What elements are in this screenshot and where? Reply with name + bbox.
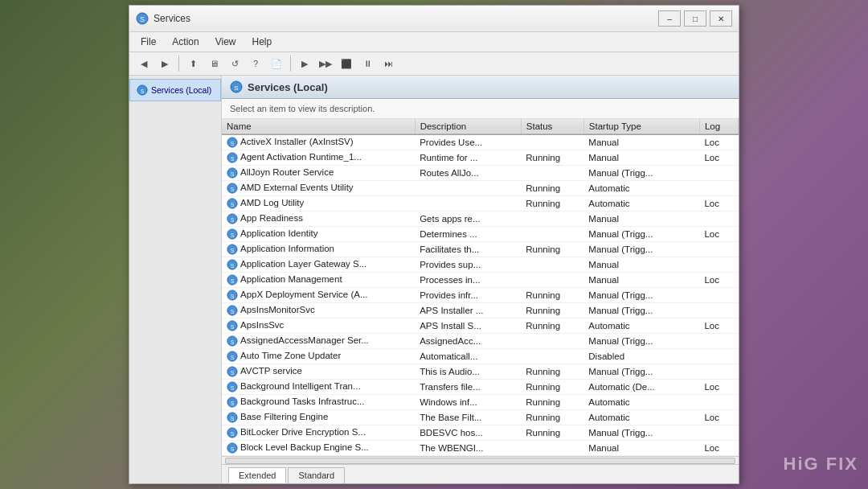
table-row[interactable]: SApplication ManagementProcesses in...Ma… [222,273,739,288]
tb-play2[interactable]: ▶▶ [316,55,335,72]
tb-play[interactable]: ▶ [295,55,314,72]
svg-text:S: S [231,232,235,238]
table-row[interactable]: SApplication InformationFacilitates th..… [222,242,739,257]
svg-text:S: S [231,187,235,192]
cell-startup-type: Manual [583,441,699,456]
cell-status: Running [521,395,583,410]
service-icon: S [227,381,240,391]
window-controls: – □ ✕ [658,10,732,27]
sidebar-item-label: Services (Local) [151,85,211,95]
table-row[interactable]: SAuto Time Zone UpdaterAutomaticall...Di… [222,349,739,364]
table-row[interactable]: SApplication Layer Gateway S...Provides … [222,257,739,273]
table-row[interactable]: SBase Filtering EngineThe Base Filt...Ru… [222,410,739,425]
cell-log-on [699,425,738,441]
col-name[interactable]: Name [222,119,415,134]
service-icon: S [227,137,240,146]
menu-view[interactable]: View [207,34,244,50]
table-row[interactable]: SAMD Log UtilityRunningAutomaticLoc [222,196,739,212]
minimize-button[interactable]: – [658,10,681,27]
tb-up[interactable]: ⬆ [183,55,203,72]
services-table: Name Description Status Startup Type Log… [222,119,739,456]
tb-export[interactable]: 📄 [267,55,286,72]
cell-startup-type: Manual [583,212,699,227]
tab-extended[interactable]: Extended [228,467,286,483]
cell-description: Provides infr... [415,288,521,303]
menu-file[interactable]: File [133,34,164,50]
table-row[interactable]: SAppX Deployment Service (A...Provides i… [222,288,739,303]
tb-stop[interactable]: ⬛ [337,55,356,72]
cell-status [521,334,583,349]
table-row[interactable]: SBitLocker Drive Encryption S...BDESVC h… [222,425,739,441]
content-header-icon: S [230,80,243,93]
close-button[interactable]: ✕ [710,10,732,27]
cell-status: Running [521,410,583,425]
table-row[interactable]: SApsInsSvcAPS Install S...RunningAutomat… [222,318,739,334]
cell-status [521,227,583,242]
tb-sep1 [178,55,179,72]
bottom-tabs: Extended Standard [222,464,739,483]
cell-status [521,349,583,364]
cell-service-name: SApplication Identity [222,227,415,242]
table-row[interactable]: SApp ReadinessGets apps re...Manual [222,212,739,227]
svg-text:S: S [231,278,235,284]
tb-help[interactable]: ? [246,55,265,72]
svg-text:S: S [141,88,145,94]
cell-log-on [699,334,738,349]
menu-help[interactable]: Help [244,34,280,50]
cell-log-on: Loc [699,410,738,425]
cell-log-on [699,364,738,380]
cell-status [521,257,583,273]
services-local-icon: S [137,84,148,96]
cell-description: Transfers file... [415,380,521,395]
table-row[interactable]: SBackground Tasks Infrastruc...Windows i… [222,395,739,410]
cell-status [521,134,583,150]
cell-service-name: SApplication Management [222,273,415,288]
horizontal-scrollbar[interactable] [225,458,735,464]
cell-log-on [699,257,738,273]
cell-startup-type: Manual (Trigg... [583,425,699,441]
table-row[interactable]: SApplication IdentityDetermines ...Manua… [222,227,739,242]
tb-pause[interactable]: ⏸ [358,55,377,72]
table-row[interactable]: SAMD External Events UtilityRunningAutom… [222,181,739,196]
tb-computer[interactable]: 🖥 [204,55,223,72]
cell-description: Determines ... [415,227,521,242]
service-icon: S [227,228,240,238]
table-row[interactable]: SBlock Level Backup Engine S...The WBENG… [222,441,739,456]
table-row[interactable]: SApsInsMonitorSvcAPS Installer ...Runnin… [222,303,739,318]
sidebar-item-services-local[interactable]: S Services (Local) [129,79,221,101]
services-tbody: SActiveX Installer (AxInstSV)Provides Us… [222,134,739,456]
table-row[interactable]: SBackground Intelligent Tran...Transfers… [222,380,739,395]
cell-description: Automaticall... [415,349,521,364]
table-row[interactable]: SAgent Activation Runtime_1...Runtime fo… [222,150,739,166]
col-status[interactable]: Status [521,119,583,134]
tb-next[interactable]: ⏭ [379,55,398,72]
col-desc[interactable]: Description [415,119,521,134]
table-row[interactable]: SAssignedAccessManager Ser...AssignedAcc… [222,334,739,349]
svg-text:S: S [231,217,235,223]
tab-standard[interactable]: Standard [288,467,345,483]
svg-text:S: S [231,248,235,253]
cell-startup-type: Automatic (De... [583,380,699,395]
col-startup[interactable]: Startup Type [583,119,699,134]
table-row[interactable]: SAVCTP serviceThis is Audio...RunningMan… [222,364,739,380]
svg-text:S: S [231,202,235,208]
cell-log-on: Loc [699,227,738,242]
svg-text:S: S [231,339,235,345]
cell-log-on [699,181,738,196]
services-table-container[interactable]: Name Description Status Startup Type Log… [222,119,739,456]
cell-description [415,181,521,196]
tb-refresh[interactable]: ↺ [225,55,244,72]
cell-log-on [699,212,738,227]
table-row[interactable]: SActiveX Installer (AxInstSV)Provides Us… [222,134,739,150]
maximize-button[interactable]: □ [684,10,706,27]
tb-forward[interactable]: ▶ [155,55,174,72]
table-row[interactable]: SAllJoyn Router ServiceRoutes AllJo...Ma… [222,166,739,181]
menu-action[interactable]: Action [164,34,207,50]
cell-startup-type: Automatic [583,395,699,410]
cell-status: Running [521,288,583,303]
cell-service-name: SAuto Time Zone Updater [222,349,415,364]
cell-log-on [699,395,738,410]
tb-back[interactable]: ◀ [134,55,154,72]
service-icon: S [227,397,240,406]
col-log[interactable]: Log [699,119,738,134]
